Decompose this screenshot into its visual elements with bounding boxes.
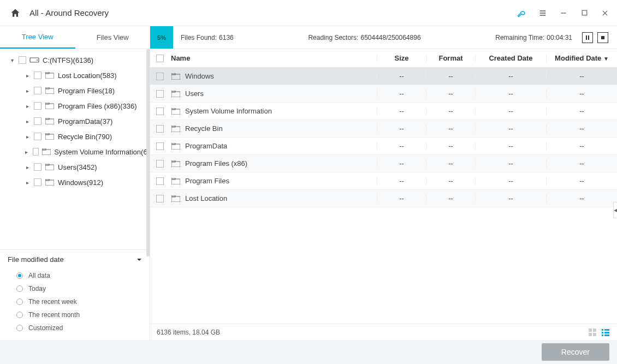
- checkbox[interactable]: [34, 117, 41, 125]
- row-size: --: [377, 89, 426, 98]
- filter-option[interactable]: The recent week: [8, 295, 142, 308]
- table-row[interactable]: System Volume Information--------: [150, 103, 617, 120]
- row-checkbox[interactable]: [156, 195, 164, 202]
- tree-root[interactable]: ▾C:(NTFS)(6136): [0, 52, 150, 68]
- row-checkbox[interactable]: [156, 90, 164, 98]
- close-button[interactable]: [600, 8, 610, 19]
- tree-item[interactable]: ▸Lost Location(583): [0, 68, 150, 83]
- filter-label: The recent week: [28, 298, 77, 306]
- filter-option[interactable]: Customized: [8, 321, 142, 335]
- tree-item[interactable]: ▸Users(3452): [0, 159, 150, 175]
- checkbox[interactable]: [34, 71, 41, 79]
- pause-button[interactable]: [582, 32, 593, 43]
- table-row[interactable]: Lost Location--------: [150, 190, 617, 207]
- row-name: ProgramData: [185, 142, 227, 150]
- sort-desc-icon: ▼: [603, 56, 609, 62]
- radio[interactable]: [16, 312, 23, 318]
- row-created: --: [475, 89, 546, 98]
- checkbox[interactable]: [34, 133, 41, 140]
- checkbox[interactable]: [34, 178, 41, 186]
- chevron-right-icon[interactable]: ▸: [24, 149, 29, 155]
- radio[interactable]: [16, 299, 23, 305]
- chevron-right-icon[interactable]: ▸: [24, 73, 31, 79]
- filter-label: Customized: [28, 324, 63, 332]
- table-row[interactable]: Users--------: [150, 85, 617, 103]
- chevron-right-icon[interactable]: ▸: [24, 103, 31, 109]
- column-modified[interactable]: Modified Date ▼: [546, 54, 617, 62]
- filter-header[interactable]: File modified date: [8, 255, 142, 264]
- chevron-down-icon[interactable]: ▾: [9, 57, 15, 63]
- checkbox[interactable]: [33, 148, 39, 156]
- row-modified: --: [546, 124, 617, 133]
- row-checkbox[interactable]: [156, 73, 164, 80]
- checkbox[interactable]: [34, 163, 41, 171]
- filter-option[interactable]: All data: [8, 269, 142, 282]
- column-name[interactable]: Name: [170, 54, 377, 62]
- tree-label: Lost Location(583): [58, 71, 117, 80]
- row-checkbox[interactable]: [156, 108, 164, 115]
- select-all-checkbox[interactable]: [156, 55, 164, 62]
- svg-rect-45: [604, 335, 609, 336]
- tree-item[interactable]: ▸Program Files(18): [0, 83, 150, 98]
- table-row[interactable]: Windows--------: [150, 68, 617, 85]
- table-row[interactable]: Recycle Bin--------: [150, 120, 617, 138]
- row-checkbox[interactable]: [156, 142, 164, 150]
- tree-label: Windows(912): [58, 178, 103, 187]
- row-checkbox[interactable]: [156, 160, 164, 168]
- chevron-right-icon[interactable]: ▸: [24, 134, 31, 140]
- menu-icon[interactable]: [537, 8, 548, 19]
- view-list-icon[interactable]: [601, 327, 610, 337]
- tree-item[interactable]: ▸Recycle Bin(790): [0, 129, 150, 144]
- table-row[interactable]: Program Files (x86)--------: [150, 155, 617, 172]
- chevron-right-icon[interactable]: ▸: [24, 118, 31, 124]
- checkbox[interactable]: [34, 87, 41, 94]
- folder-icon: [171, 125, 181, 133]
- tree-item[interactable]: ▸ProgramData(37): [0, 114, 150, 129]
- column-format[interactable]: Format: [426, 54, 475, 62]
- filter-option[interactable]: Today: [8, 282, 142, 295]
- filter-label: Today: [28, 285, 46, 293]
- chevron-right-icon[interactable]: ▸: [24, 164, 31, 170]
- row-checkbox[interactable]: [156, 177, 164, 185]
- maximize-button[interactable]: [579, 8, 590, 19]
- tree: ▾C:(NTFS)(6136)▸Lost Location(583)▸Progr…: [0, 49, 150, 249]
- folder-icon: [45, 133, 55, 140]
- checkbox[interactable]: [19, 56, 26, 64]
- row-created: --: [475, 107, 546, 115]
- minimize-button[interactable]: [558, 8, 569, 19]
- tree-item[interactable]: ▸Windows(912): [0, 175, 150, 190]
- chevron-right-icon[interactable]: ▸: [24, 88, 31, 94]
- chevron-right-icon[interactable]: ▸: [24, 180, 31, 186]
- tree-item[interactable]: ▸System Volume Information(6): [0, 144, 150, 159]
- row-format: --: [426, 194, 475, 202]
- column-size[interactable]: Size: [377, 54, 426, 62]
- row-modified: --: [546, 142, 617, 150]
- sidebar-scrollbar[interactable]: [146, 49, 150, 256]
- sidebar: ▾C:(NTFS)(6136)▸Lost Location(583)▸Progr…: [0, 49, 150, 340]
- table-row[interactable]: ProgramData--------: [150, 138, 617, 155]
- filter-option[interactable]: The recent month: [8, 308, 142, 321]
- table-header: Name Size Format Created Date Modified D…: [150, 49, 617, 68]
- radio[interactable]: [16, 272, 23, 279]
- key-icon[interactable]: [517, 8, 527, 19]
- radio[interactable]: [16, 285, 23, 292]
- tree-label: C:(NTFS)(6136): [43, 56, 93, 64]
- stop-button[interactable]: [597, 32, 608, 43]
- view-grid-icon[interactable]: [588, 327, 597, 337]
- row-name: Program Files (x86): [185, 159, 247, 168]
- recover-button[interactable]: Recover: [542, 343, 609, 361]
- row-checkbox[interactable]: [156, 125, 164, 133]
- tab-files-view[interactable]: Files View: [75, 26, 151, 49]
- radio[interactable]: [16, 325, 23, 331]
- column-created[interactable]: Created Date: [475, 54, 546, 62]
- home-icon[interactable]: [7, 4, 24, 22]
- checkbox[interactable]: [34, 102, 41, 110]
- stat-files-found: Files Found: 6136: [173, 26, 241, 49]
- tab-tree-view[interactable]: Tree View: [0, 26, 75, 49]
- table-row[interactable]: Program Files--------: [150, 172, 617, 190]
- svg-rect-37: [593, 329, 596, 332]
- folder-icon: [171, 90, 181, 98]
- tree-item[interactable]: ▸Program Files (x86)(336): [0, 98, 150, 114]
- collapse-handle[interactable]: ◀: [613, 202, 617, 218]
- folder-icon: [45, 87, 55, 94]
